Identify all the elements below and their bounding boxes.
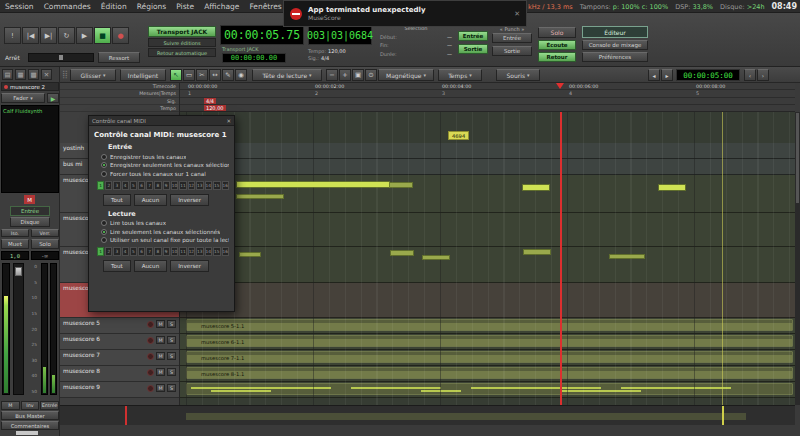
punch-in-button[interactable]: Entrée bbox=[492, 33, 532, 43]
radio-option[interactable]: Lire seulement les canaux sélectionnés bbox=[101, 229, 229, 235]
editor-canvas[interactable]: musescore 5-1.1musescore 6-1.1musescore … bbox=[180, 112, 795, 405]
zoom-out-button[interactable]: − bbox=[326, 69, 338, 81]
auto-return-button[interactable]: Retour automatique bbox=[148, 48, 216, 57]
next-marker-button[interactable]: › bbox=[757, 69, 769, 81]
nudge-back-button[interactable]: ◂ bbox=[648, 69, 660, 81]
zoom-focus-button[interactable]: ⊙ bbox=[365, 69, 377, 81]
channel-button-15[interactable]: 15 bbox=[213, 181, 220, 190]
channel-button-9[interactable]: 9 bbox=[163, 247, 170, 256]
record-arm-button[interactable] bbox=[147, 337, 154, 344]
channel-button-9[interactable]: 9 bbox=[163, 181, 170, 190]
tout-button[interactable]: Tout bbox=[103, 260, 131, 272]
notification-close-icon[interactable]: ✕ bbox=[514, 10, 520, 18]
menu-item-6[interactable]: Affichage bbox=[199, 0, 244, 13]
meter-ruler[interactable]: 4/4 bbox=[180, 98, 795, 105]
editor-summary[interactable] bbox=[60, 405, 795, 425]
radio-button-icon[interactable] bbox=[101, 237, 107, 243]
cut-tool[interactable]: ✂ bbox=[196, 69, 208, 81]
editor-tab-button[interactable]: Éditeur bbox=[582, 26, 648, 38]
radio-button-icon[interactable] bbox=[101, 220, 107, 226]
vertical-scrollbar[interactable] bbox=[795, 112, 800, 405]
monitor-disk-button[interactable]: Disque bbox=[10, 217, 50, 227]
track-solo-button[interactable]: S bbox=[167, 384, 176, 392]
global-solo-button[interactable]: Solo bbox=[538, 27, 576, 38]
grab-tool[interactable]: ↖ bbox=[170, 69, 182, 81]
channel-button-1[interactable]: 1 bbox=[97, 181, 104, 190]
radio-option[interactable]: Lire tous les canaux bbox=[101, 220, 229, 226]
jack-transport-button[interactable]: Transport JACK bbox=[148, 26, 216, 37]
midi-note[interactable] bbox=[610, 255, 644, 258]
channel-button-2[interactable]: 2 bbox=[105, 181, 112, 190]
nudge-clock[interactable]: 00:00:05:00 bbox=[676, 69, 740, 81]
strip-solo-button[interactable]: Solo bbox=[31, 239, 59, 249]
stop-button[interactable]: ■ bbox=[94, 27, 111, 44]
channel-button-8[interactable]: 8 bbox=[154, 247, 161, 256]
track-solo-button[interactable]: S bbox=[167, 368, 176, 376]
solo-isolate-button[interactable]: Iso. bbox=[1, 229, 29, 237]
input-enable-button[interactable]: Entrée bbox=[458, 31, 488, 41]
track-header-musescore-9[interactable]: musescore 9MS bbox=[60, 382, 180, 398]
channel-button-1[interactable]: 1 bbox=[97, 247, 104, 256]
smart-mode-button[interactable]: Intelligent bbox=[120, 69, 166, 81]
close-strip-icon[interactable]: ✕ bbox=[41, 69, 52, 80]
drag-mode-dropdown[interactable]: Glisser▾ bbox=[70, 69, 116, 81]
zoom-in-button[interactable]: + bbox=[339, 69, 351, 81]
nudge-forward-button[interactable]: ▸ bbox=[661, 69, 673, 81]
toolbar-grip-icon[interactable]: ⣿ bbox=[62, 70, 68, 79]
monitor-input-button[interactable]: Entrée bbox=[10, 206, 50, 216]
primary-clock[interactable]: 00:00:05.75 bbox=[220, 25, 304, 45]
menu-item-2[interactable]: Commandes bbox=[39, 0, 96, 13]
strip-bottom-button-1[interactable]: M bbox=[1, 401, 20, 410]
track-name-label[interactable]: musescore 5 bbox=[63, 320, 100, 326]
mixer-track-name[interactable]: musescore 2 bbox=[1, 82, 59, 91]
selection-row-value[interactable]: — bbox=[447, 51, 452, 57]
stretch-tool[interactable]: ↔ bbox=[209, 69, 221, 81]
channel-button-6[interactable]: 6 bbox=[138, 181, 145, 190]
draw-tool[interactable]: ✎ bbox=[222, 69, 234, 81]
gain-display[interactable]: 1,0 bbox=[1, 251, 29, 260]
summary-end-marker[interactable] bbox=[722, 406, 724, 425]
track-mute-button[interactable]: M bbox=[156, 384, 165, 392]
track-header-musescore-6[interactable]: musescore 6MS bbox=[60, 334, 180, 350]
midi-note[interactable] bbox=[391, 251, 413, 255]
track-solo-button[interactable]: S bbox=[167, 320, 176, 328]
bbt-clock[interactable]: 003|03|0684 bbox=[308, 25, 372, 45]
radio-button-icon[interactable] bbox=[101, 171, 107, 177]
channel-button-12[interactable]: 12 bbox=[188, 247, 195, 256]
channel-button-14[interactable]: 14 bbox=[205, 181, 212, 190]
gain-fader[interactable] bbox=[13, 263, 24, 395]
channel-button-11[interactable]: 11 bbox=[179, 181, 186, 190]
channel-button-14[interactable]: 14 bbox=[205, 247, 212, 256]
punch-out-button[interactable]: Sortie bbox=[492, 46, 532, 56]
track-solo-button[interactable]: S bbox=[167, 352, 176, 360]
tempo-display[interactable]: Tempo:120,00 bbox=[308, 48, 346, 54]
radio-option[interactable]: Enregistrer tous les canaux bbox=[101, 154, 229, 160]
goto-start-button[interactable]: |◀ bbox=[22, 27, 39, 44]
menu-item-1[interactable]: Session bbox=[0, 0, 39, 13]
peak-display[interactable]: -∞ bbox=[31, 251, 59, 260]
trim-play-icon[interactable]: ▶ bbox=[47, 93, 59, 103]
strips-view-icon[interactable]: ▦ bbox=[15, 69, 26, 80]
inverser-button[interactable]: Inverser bbox=[170, 194, 209, 206]
radio-option[interactable]: Forcer tous les canaux sur 1 canal bbox=[101, 171, 229, 177]
record-arm-button[interactable] bbox=[147, 353, 154, 360]
channel-button-5[interactable]: 5 bbox=[130, 181, 137, 190]
menu-item-4[interactable]: Régions bbox=[132, 0, 172, 13]
play-button[interactable]: ▶ bbox=[76, 27, 93, 44]
midi-note[interactable] bbox=[423, 256, 449, 259]
menu-item-3[interactable]: Édition bbox=[96, 0, 132, 13]
track-header-musescore-7[interactable]: musescore 7MS bbox=[60, 350, 180, 366]
follow-edits-button[interactable]: Suivre éditions bbox=[148, 38, 216, 47]
midi-note[interactable] bbox=[237, 195, 283, 198]
preferences-button[interactable]: Préférences bbox=[582, 52, 648, 62]
dialog-titlebar[interactable]: Contrôle canal MIDI ✕ bbox=[89, 116, 234, 126]
notification-popup[interactable]: App terminated unexpectedly MuseScore ✕ bbox=[283, 0, 527, 27]
record-button[interactable]: ● bbox=[112, 27, 129, 44]
channel-button-12[interactable]: 12 bbox=[188, 181, 195, 190]
aucun-button[interactable]: Aucun bbox=[134, 260, 168, 272]
fader-mode-dropdown[interactable]: Fader▾ bbox=[1, 93, 45, 103]
radio-button-icon[interactable] bbox=[101, 154, 107, 160]
zoom-fit-button[interactable]: ▣ bbox=[352, 69, 364, 81]
menu-item-7[interactable]: Fenêtres bbox=[244, 0, 286, 13]
channel-button-10[interactable]: 10 bbox=[171, 247, 178, 256]
